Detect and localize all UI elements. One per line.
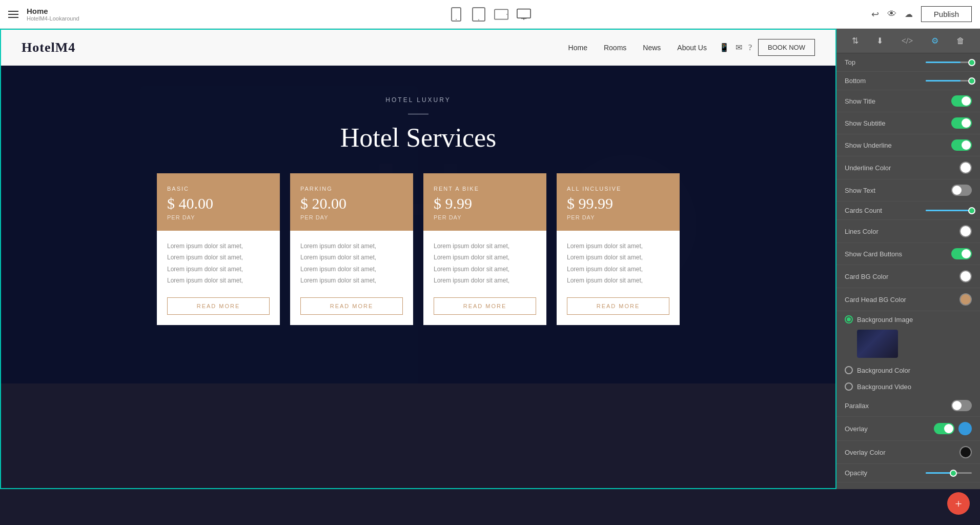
tablet-view-icon[interactable] <box>472 7 486 22</box>
trash-icon[interactable]: 🗑 <box>953 33 968 49</box>
mobile-nav-icon[interactable]: 📱 <box>719 43 729 52</box>
bg-image-radio[interactable] <box>845 315 853 324</box>
nav-bar: HotelM4 Home Rooms News About Us 📱 ✉ ? B… <box>1 30 835 66</box>
site-subtitle: HotelM4-Lookaround <box>27 15 79 22</box>
show-card-buttons-label: Show Card Buttons <box>845 250 902 258</box>
opacity-slider[interactable] <box>926 472 972 474</box>
overlay-label: Overlay <box>845 425 868 433</box>
card-header: RENT A BIKE $ 9.99 PER DAY <box>423 173 546 231</box>
publish-button[interactable]: Publish <box>921 6 972 22</box>
nav-rooms[interactable]: Rooms <box>604 44 626 52</box>
card-price: $ 99.99 <box>567 195 669 212</box>
show-subtitle-toggle[interactable] <box>951 117 972 129</box>
underline-color-row: Underline Color <box>836 156 980 179</box>
panel-toolbar: ⇅ ⬇ </> ⚙ 🗑 <box>836 29 980 53</box>
show-subtitle-row: Show Subtitle <box>836 112 980 134</box>
read-more-button[interactable]: READ MORE <box>300 297 403 315</box>
card-bg-color-swatch[interactable] <box>959 270 972 282</box>
hamburger-menu[interactable] <box>8 11 18 18</box>
show-card-buttons-row: Show Card Buttons <box>836 243 980 265</box>
top-setting-row: Top <box>836 53 980 72</box>
section-divider <box>408 114 428 114</box>
overlay-color-label: Overlay Color <box>845 449 885 456</box>
bottom-setting-row: Bottom <box>836 72 980 90</box>
tablet-landscape-icon[interactable] <box>494 7 508 22</box>
code-icon[interactable]: </> <box>899 33 916 49</box>
show-underline-label: Show Underline <box>845 142 892 149</box>
section-subtitle: HOTEL LUXURY <box>385 96 451 104</box>
bg-color-radio[interactable] <box>845 366 853 374</box>
card-period: PER DAY <box>167 214 270 220</box>
show-text-label: Show Text <box>845 187 875 194</box>
show-underline-row: Show Underline <box>836 134 980 156</box>
nav-about[interactable]: About Us <box>677 44 707 52</box>
show-title-label: Show Title <box>845 97 875 105</box>
card-head-bg-color-swatch[interactable] <box>959 293 972 306</box>
mobile-view-icon[interactable] <box>449 7 463 22</box>
underline-color-label: Underline Color <box>845 164 891 172</box>
section-content: HOTEL LUXURY Hotel Services BASIC $ 40.0… <box>22 96 815 325</box>
undo-icon[interactable]: ↩ <box>871 9 879 20</box>
site-title: Home <box>27 7 79 15</box>
parallax-toggle[interactable] <box>951 400 972 411</box>
card-tag: ALL INCLUSIVE <box>567 186 669 192</box>
read-more-button[interactable]: READ MORE <box>167 297 270 315</box>
opacity-row: Opacity <box>836 464 980 482</box>
svg-point-3 <box>478 19 479 20</box>
preview-icon[interactable]: 👁 <box>887 9 896 19</box>
top-slider[interactable] <box>926 62 972 63</box>
read-more-button[interactable]: READ MORE <box>434 297 536 315</box>
site-logo: HotelM4 <box>22 40 75 55</box>
help-nav-icon[interactable]: ? <box>748 43 752 52</box>
cloud-icon[interactable]: ☁ <box>905 9 913 19</box>
card-text: Lorem ipsum dolor sit amet,Lorem ipsum d… <box>300 241 403 287</box>
card-header: BASIC $ 40.00 PER DAY <box>157 173 280 231</box>
service-card: PARKING $ 20.00 PER DAY Lorem ipsum dolo… <box>290 173 413 325</box>
bottom-slider[interactable] <box>926 80 972 82</box>
right-panel: ⇅ ⬇ </> ⚙ 🗑 Top Bottom <box>836 29 980 489</box>
top-toolbar: Home HotelM4-Lookaround <box>0 0 980 29</box>
bg-image-label: Background Image <box>857 316 913 324</box>
panel-settings: Top Bottom Show Title <box>836 53 980 482</box>
nav-news[interactable]: News <box>643 44 661 52</box>
read-more-button[interactable]: READ MORE <box>567 297 669 315</box>
section-title: Hotel Services <box>340 123 497 153</box>
bg-image-radio-row: Background Image <box>836 311 980 328</box>
underline-color-swatch[interactable] <box>959 161 972 174</box>
bg-color-label: Background Color <box>857 367 910 374</box>
site-name: Home HotelM4-Lookaround <box>27 7 79 22</box>
lines-color-swatch[interactable] <box>959 225 972 237</box>
card-header: ALL INCLUSIVE $ 99.99 PER DAY <box>557 173 680 231</box>
svg-point-5 <box>506 14 507 15</box>
bg-video-label: Background Video <box>857 383 911 391</box>
book-now-button[interactable]: BOOK NOW <box>758 39 815 56</box>
svg-rect-2 <box>473 8 485 21</box>
card-bg-color-label: Card BG Color <box>845 273 888 280</box>
show-card-buttons-toggle[interactable] <box>951 248 972 259</box>
email-nav-icon[interactable]: ✉ <box>736 43 742 52</box>
show-underline-toggle[interactable] <box>951 139 972 151</box>
overlay-toggle[interactable] <box>934 423 954 434</box>
cards-count-slider[interactable] <box>926 210 972 211</box>
sort-icon[interactable]: ⇅ <box>849 33 862 49</box>
nav-home[interactable]: Home <box>568 44 587 52</box>
svg-rect-4 <box>495 9 508 19</box>
show-title-toggle[interactable] <box>951 95 972 107</box>
settings-icon[interactable]: ⚙ <box>928 33 942 49</box>
download-icon[interactable]: ⬇ <box>873 33 886 49</box>
bg-image-thumbnail[interactable] <box>857 330 898 358</box>
top-label: Top <box>845 58 855 66</box>
bg-video-radio[interactable] <box>845 382 853 391</box>
fab-button[interactable]: + <box>947 492 970 515</box>
overlay-edit-icon[interactable] <box>958 422 972 435</box>
svg-point-1 <box>456 19 457 20</box>
card-body: Lorem ipsum dolor sit amet,Lorem ipsum d… <box>557 231 680 325</box>
overlay-color-swatch[interactable] <box>959 446 972 458</box>
main-area: HotelM4 Home Rooms News About Us 📱 ✉ ? B… <box>0 29 980 489</box>
show-text-toggle[interactable] <box>951 185 972 196</box>
card-tag: RENT A BIKE <box>434 186 536 192</box>
cards-count-label: Cards Count <box>845 207 882 214</box>
desktop-view-icon[interactable] <box>517 7 531 22</box>
bg-image-thumbnail-row <box>836 328 980 362</box>
canvas-area: HotelM4 Home Rooms News About Us 📱 ✉ ? B… <box>0 29 836 489</box>
